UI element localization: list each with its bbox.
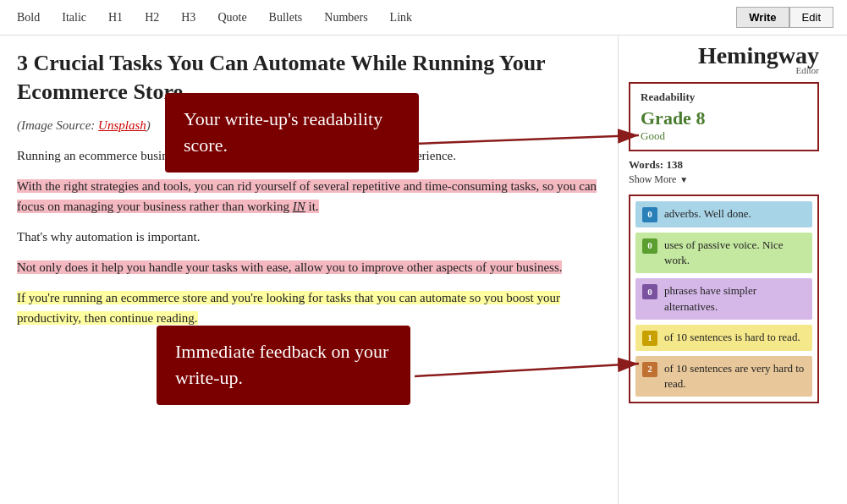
toolbar: Bold Italic H1 H2 H3 Quote Bullets Numbe… [0,0,847,36]
h1-button[interactable]: H1 [105,9,126,26]
h3-button[interactable]: H3 [178,9,199,26]
numbers-button[interactable]: Numbers [321,9,371,26]
show-more-label: Show More [629,173,676,186]
words-count: Words: 138 [629,158,819,172]
image-source-prefix: (Image Source: [17,118,98,132]
bullets-button[interactable]: Bullets [266,9,306,26]
para4: Not only does it help you handle your ta… [17,257,601,277]
feedback-item-1: 0uses of passive voice. Nice work. [635,233,812,273]
hemingway-logo: Hemingway Editor [629,44,819,75]
show-more-button[interactable]: Show More ▼ [629,173,819,186]
write-edit-group: Write Edit [736,7,833,28]
h2-button[interactable]: H2 [141,9,162,26]
feedback-badge-2: 0 [642,284,657,299]
feedback-badge-0: 0 [642,207,657,222]
para4-highlight: Not only does it help you handle your ta… [17,260,562,274]
chevron-down-icon: ▼ [679,175,688,184]
para2-highlight: With the right strategies and tools, you… [17,179,597,213]
feedback-item-0: 0adverbs. Well done. [635,201,812,227]
feedback-item-3: 1of 10 sentences is hard to read. [635,325,812,351]
readability-box: Readability Grade 8 Good [629,82,819,151]
readability-label: Readability [641,90,807,104]
link-button[interactable]: Link [387,9,415,26]
feedback-text-0: adverbs. Well done. [664,206,751,222]
feedback-text-3: of 10 sentences is hard to read. [664,330,800,345]
feedback-item-4: 2of 10 sentences are very hard to read. [635,356,812,397]
feedback-item-2: 0phrases have simpler alternatives. [635,278,812,319]
sidebar: Hemingway Editor Readability Grade 8 Goo… [618,36,829,504]
feedback-badge-1: 0 [642,238,657,254]
bold-button[interactable]: Bold [14,9,43,26]
para3: That's why automation is important. [17,227,601,247]
feedback-text-2: phrases have simpler alternatives. [664,283,806,314]
unsplash-link[interactable]: Unsplash [98,118,146,132]
quote-button[interactable]: Quote [214,9,250,26]
feedback-text-4: of 10 sentences are very hard to read. [664,361,806,392]
para2-in-word: IN [293,200,305,213]
write-button[interactable]: Write [736,7,789,28]
feedback-badge-4: 2 [642,362,657,377]
image-source-suffix: ) [146,118,151,132]
italic-button[interactable]: Italic [58,9,90,26]
words-label: Words: [629,158,663,171]
words-number: 138 [666,158,683,171]
feedback-container: 0adverbs. Well done.0uses of passive voi… [629,194,819,403]
readability-desc: Good [641,129,807,143]
para5-highlight: If you're running an ecommerce store and… [17,291,560,325]
para2: With the right strategies and tools, you… [17,176,601,216]
edit-button[interactable]: Edit [789,7,833,28]
readability-grade: Grade 8 [641,107,807,129]
feedback-text-1: uses of passive voice. Nice work. [664,238,806,268]
main-layout: 3 Crucial Tasks You Can Automate While R… [0,36,847,504]
feedback-badge-3: 1 [642,331,657,346]
tooltip-readability: Your write-up's readability score. [165,93,419,173]
tooltip-feedback: Immediate feedback on your write-up. [157,326,410,405]
para5: If you're running an ecommerce store and… [17,288,601,328]
